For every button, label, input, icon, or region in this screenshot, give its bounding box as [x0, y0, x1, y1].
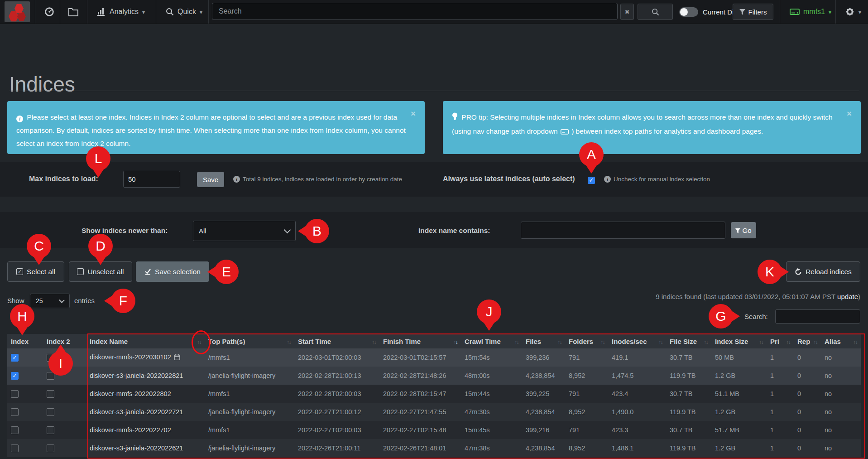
- chevron-down-icon: ▾: [200, 9, 202, 15]
- cell-rep: 0: [794, 439, 821, 457]
- top-navbar: Analytics ▾ Quick ▾ ✖ Current Dir Filter…: [0, 0, 868, 24]
- annotation-pin-D: D: [88, 234, 113, 258]
- column-header-files[interactable]: Files↑↓: [522, 334, 565, 348]
- cell-index_size: 51.1 MB: [711, 385, 767, 403]
- sort-arrows-icon[interactable]: ↑↓: [514, 338, 518, 345]
- column-header-inodes-sec[interactable]: Inodes/sec↑↓: [608, 334, 666, 348]
- column-header-start-time[interactable]: Start Time↑↓: [294, 334, 379, 348]
- cell-folders: 791: [565, 421, 608, 439]
- sort-arrows-icon[interactable]: ↑↓: [197, 338, 201, 345]
- filters-button[interactable]: Filters: [733, 4, 773, 20]
- indices-table: IndexIndex 2Index Name↑↓Top Path(s)↑↓Sta…: [7, 334, 861, 457]
- index2-checkbox[interactable]: [47, 408, 54, 416]
- close-icon[interactable]: ×: [408, 108, 418, 119]
- cell-start: 2022-02-28T02:00:03: [294, 385, 379, 403]
- annotation-pin-A: A: [579, 142, 604, 167]
- go-button[interactable]: Go: [731, 222, 756, 238]
- sort-arrows-icon[interactable]: ↑↓: [600, 338, 604, 345]
- dashboard-gauge-icon[interactable]: [41, 0, 58, 24]
- index-checkbox[interactable]: [11, 408, 19, 416]
- total-indices-note: i Total 9 indices, indices are loaded in…: [233, 176, 402, 183]
- cell-start: 2022-03-01T02:00:03: [294, 348, 379, 367]
- index2-checkbox[interactable]: [47, 445, 54, 452]
- close-icon[interactable]: ×: [844, 108, 854, 119]
- cell-index_size: 50 MB: [711, 348, 767, 367]
- cell-top_paths: /janelia-flylight-imagery: [205, 403, 294, 421]
- diskover-logo[interactable]: [5, 1, 30, 22]
- table-search-input[interactable]: [775, 309, 860, 324]
- analytics-menu[interactable]: Analytics ▾: [94, 0, 148, 24]
- newer-than-select[interactable]: All: [193, 221, 296, 241]
- index-checkbox[interactable]: ✓: [11, 372, 19, 380]
- sort-arrows-icon[interactable]: ↑↓: [372, 338, 376, 345]
- funnel-icon: [735, 228, 740, 233]
- max-indices-input[interactable]: [123, 171, 180, 188]
- index-row: diskover-s3-janiela-2022022621/janelia-f…: [7, 439, 861, 457]
- cell-finish: 2022-02-26T21:48:01: [379, 439, 461, 457]
- index-checkbox[interactable]: [11, 445, 19, 452]
- name-contains-input[interactable]: [521, 222, 725, 239]
- index2-checkbox[interactable]: [47, 390, 54, 398]
- drive-icon: [561, 126, 569, 139]
- refresh-icon: [795, 268, 802, 275]
- reload-indices-button[interactable]: Reload indices: [786, 261, 860, 282]
- column-header-pri[interactable]: Pri↑↓: [767, 334, 794, 348]
- column-header-finish-time[interactable]: Finish Time↑↓: [379, 334, 461, 348]
- table-header-row: IndexIndex 2Index Name↑↓Top Path(s)↑↓Sta…: [7, 334, 861, 348]
- chevron-down-icon: [284, 227, 291, 234]
- column-header-index-size[interactable]: Index Size↑↓: [711, 334, 767, 348]
- sort-arrows-icon[interactable]: ↑↓: [557, 338, 561, 345]
- column-header-index-name[interactable]: Index Name↑↓: [86, 334, 205, 348]
- sort-arrows-icon[interactable]: ↑↓: [786, 338, 790, 345]
- quick-label: Quick: [177, 8, 196, 16]
- cell-alias: no: [821, 348, 861, 367]
- current-dir-toggle[interactable]: [679, 7, 698, 17]
- sort-arrows-icon[interactable]: ↑↓: [453, 338, 457, 345]
- sort-arrows-icon[interactable]: ↑↓: [287, 338, 291, 345]
- global-search-input[interactable]: [212, 3, 618, 20]
- drive-icon: [790, 9, 800, 15]
- column-header-folders[interactable]: Folders↑↓: [565, 334, 608, 348]
- column-header-alias[interactable]: Alias↑↓: [821, 334, 861, 348]
- auto-select-checkbox[interactable]: ✓: [588, 177, 595, 184]
- info-alert: i Please select at least one index. Indi…: [7, 101, 425, 154]
- cell-folders: 791: [565, 385, 608, 403]
- annotation-pin-I: I: [48, 351, 73, 376]
- sort-arrows-icon[interactable]: ↑↓: [658, 338, 662, 345]
- index-name: diskover-s3-janiela-2022022721: [90, 408, 183, 416]
- sort-arrows-icon[interactable]: ↑↓: [704, 338, 708, 345]
- cell-inodes_sec: 1,486.1: [608, 439, 666, 457]
- index-checkbox[interactable]: ✓: [11, 354, 19, 362]
- sort-arrows-icon[interactable]: ↑↓: [759, 338, 763, 345]
- search-submit-button[interactable]: [638, 4, 673, 20]
- cell-pri: 1: [767, 385, 794, 403]
- chevron-down-icon: ▾: [829, 9, 831, 15]
- show-label: Show: [7, 297, 24, 304]
- quick-menu[interactable]: Quick ▾: [163, 0, 205, 24]
- pro-tip-alert: PRO tip: Selecting multiple indices in I…: [443, 101, 861, 154]
- folder-icon[interactable]: [65, 0, 82, 24]
- sort-arrows-icon[interactable]: ↑↓: [853, 338, 857, 345]
- column-header-rep[interactable]: Rep↑↓: [794, 334, 821, 348]
- index-checkbox[interactable]: [11, 426, 19, 434]
- search-icon: [652, 8, 659, 16]
- cell-files: 399,216: [522, 421, 565, 439]
- cell-inodes_sec: 419.1: [608, 348, 666, 367]
- sort-arrows-icon[interactable]: ↑↓: [813, 338, 817, 345]
- index2-checkbox[interactable]: [47, 426, 54, 434]
- update-link[interactable]: update: [837, 293, 858, 300]
- empty-box-icon: [77, 268, 84, 275]
- clear-search-button[interactable]: ✖: [620, 4, 634, 20]
- column-header-top-path-s-[interactable]: Top Path(s)↑↓: [205, 334, 294, 348]
- column-header-crawl-time[interactable]: Crawl Time↑↓: [461, 334, 522, 348]
- calendar-icon[interactable]: [174, 354, 180, 362]
- index-checkbox[interactable]: [11, 390, 19, 398]
- page-size-select[interactable]: 25: [30, 294, 70, 308]
- save-max-indices-button[interactable]: Save: [197, 172, 224, 187]
- annotation-pin-B: B: [305, 219, 329, 243]
- column-header-file-size[interactable]: File Size↑↓: [666, 334, 711, 348]
- settings-menu[interactable]: ▾: [842, 0, 864, 24]
- save-selection-button[interactable]: Save selection: [136, 261, 209, 282]
- volume-selector[interactable]: mmfs1 ▾: [787, 0, 834, 24]
- cell-pri: 1: [767, 403, 794, 421]
